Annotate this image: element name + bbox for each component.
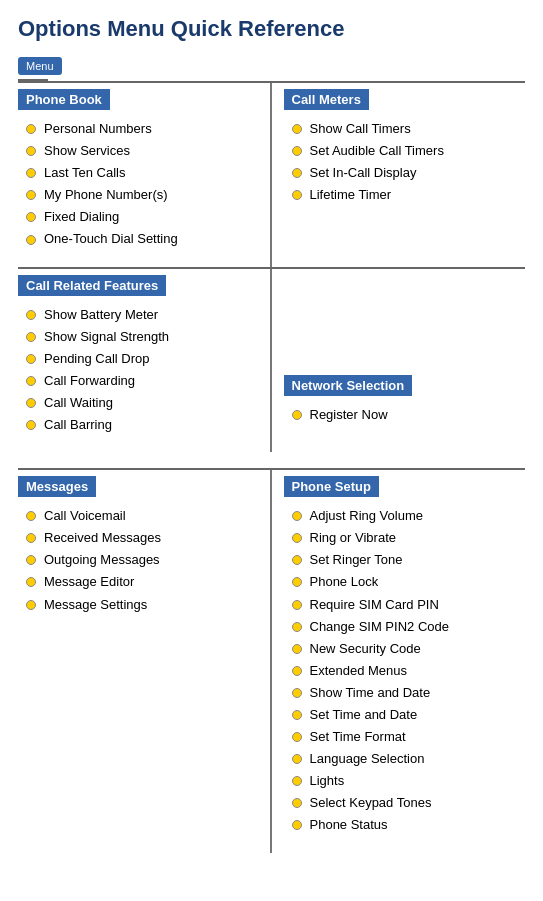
list-item: Show Services xyxy=(26,140,262,162)
call-related-list: Show Battery Meter Show Signal Strength … xyxy=(18,304,262,437)
bullet-icon xyxy=(26,332,36,342)
list-item: Last Ten Calls xyxy=(26,162,262,184)
bullet-icon xyxy=(26,600,36,610)
list-item: Require SIM Card PIN xyxy=(292,594,526,616)
list-item: Phone Lock xyxy=(292,571,526,593)
list-item: Show Signal Strength xyxy=(26,326,262,348)
list-item: Outgoing Messages xyxy=(26,549,262,571)
bullet-icon xyxy=(292,511,302,521)
network-selection-header: Network Selection xyxy=(284,375,413,396)
list-item: Show Call Timers xyxy=(292,118,526,140)
list-item: Set Time and Date xyxy=(292,704,526,726)
list-item: Phone Status xyxy=(292,814,526,836)
bullet-icon xyxy=(292,798,302,808)
call-meters-header: Call Meters xyxy=(284,89,369,110)
bullet-icon xyxy=(292,644,302,654)
list-item: One-Touch Dial Setting xyxy=(26,228,262,250)
list-item: Message Settings xyxy=(26,594,262,616)
list-item: Call Voicemail xyxy=(26,505,262,527)
bullet-icon xyxy=(292,410,302,420)
bullet-icon xyxy=(26,577,36,587)
list-item: Change SIM PIN2 Code xyxy=(292,616,526,638)
list-item: My Phone Number(s) xyxy=(26,184,262,206)
list-item: Call Waiting xyxy=(26,392,262,414)
list-item: Lights xyxy=(292,770,526,792)
list-item: Set In-Call Display xyxy=(292,162,526,184)
network-selection-list: Register Now xyxy=(284,404,526,426)
list-item: Ring or Vibrate xyxy=(292,527,526,549)
list-item: Message Editor xyxy=(26,571,262,593)
bullet-icon xyxy=(26,212,36,222)
messages-list: Call Voicemail Received Messages Outgoin… xyxy=(18,505,262,615)
call-related-header: Call Related Features xyxy=(18,275,166,296)
bullet-icon xyxy=(26,168,36,178)
list-item: Show Time and Date xyxy=(292,682,526,704)
bullet-icon xyxy=(292,190,302,200)
network-selection-section: Network Selection Register Now xyxy=(272,269,526,453)
bullet-icon xyxy=(26,533,36,543)
list-item: Fixed Dialing xyxy=(26,206,262,228)
list-item: Select Keypad Tones xyxy=(292,792,526,814)
phone-book-section: Phone Book Personal Numbers Show Service… xyxy=(18,83,272,267)
list-item: Received Messages xyxy=(26,527,262,549)
bullet-icon xyxy=(26,511,36,521)
messages-header: Messages xyxy=(18,476,96,497)
bullet-icon xyxy=(26,235,36,245)
bullet-icon xyxy=(26,190,36,200)
bullet-icon xyxy=(292,820,302,830)
bullet-icon xyxy=(292,555,302,565)
list-item: Set Ringer Tone xyxy=(292,549,526,571)
call-meters-section: Call Meters Show Call Timers Set Audible… xyxy=(272,83,526,267)
call-related-section: Call Related Features Show Battery Meter… xyxy=(18,269,272,453)
list-item: Show Battery Meter xyxy=(26,304,262,326)
bullet-icon xyxy=(292,146,302,156)
page-title: Options Menu Quick Reference xyxy=(18,16,525,42)
bullet-icon xyxy=(292,533,302,543)
bullet-icon xyxy=(292,732,302,742)
phone-setup-header: Phone Setup xyxy=(284,476,379,497)
list-item: New Security Code xyxy=(292,638,526,660)
bullet-icon xyxy=(292,754,302,764)
bullet-icon xyxy=(292,622,302,632)
bullet-icon xyxy=(26,420,36,430)
bullet-icon xyxy=(292,666,302,676)
list-item: Language Selection xyxy=(292,748,526,770)
list-item: Call Forwarding xyxy=(26,370,262,392)
bullet-icon xyxy=(26,310,36,320)
phone-book-header: Phone Book xyxy=(18,89,110,110)
list-item: Set Audible Call Timers xyxy=(292,140,526,162)
bullet-icon xyxy=(26,555,36,565)
list-item: Call Barring xyxy=(26,414,262,436)
bullet-icon xyxy=(292,168,302,178)
bullet-icon xyxy=(292,776,302,786)
messages-section: Messages Call Voicemail Received Message… xyxy=(18,470,272,852)
list-item: Extended Menus xyxy=(292,660,526,682)
phone-setup-section: Phone Setup Adjust Ring Volume Ring or V… xyxy=(272,470,526,852)
list-item: Register Now xyxy=(292,404,526,426)
call-meters-list: Show Call Timers Set Audible Call Timers… xyxy=(284,118,526,206)
list-item: Set Time Format xyxy=(292,726,526,748)
bullet-icon xyxy=(292,710,302,720)
list-item: Adjust Ring Volume xyxy=(292,505,526,527)
list-item: Pending Call Drop xyxy=(26,348,262,370)
bullet-icon xyxy=(292,688,302,698)
list-item: Lifetime Timer xyxy=(292,184,526,206)
phone-setup-list: Adjust Ring Volume Ring or Vibrate Set R… xyxy=(284,505,526,836)
bullet-icon xyxy=(292,600,302,610)
bullet-icon xyxy=(26,124,36,134)
bullet-icon xyxy=(26,376,36,386)
bullet-icon xyxy=(292,577,302,587)
bullet-icon xyxy=(26,354,36,364)
bullet-icon xyxy=(26,398,36,408)
list-item: Personal Numbers xyxy=(26,118,262,140)
phone-book-list: Personal Numbers Show Services Last Ten … xyxy=(18,118,262,251)
bullet-icon xyxy=(26,146,36,156)
bullet-icon xyxy=(292,124,302,134)
menu-button[interactable]: Menu xyxy=(18,57,62,75)
